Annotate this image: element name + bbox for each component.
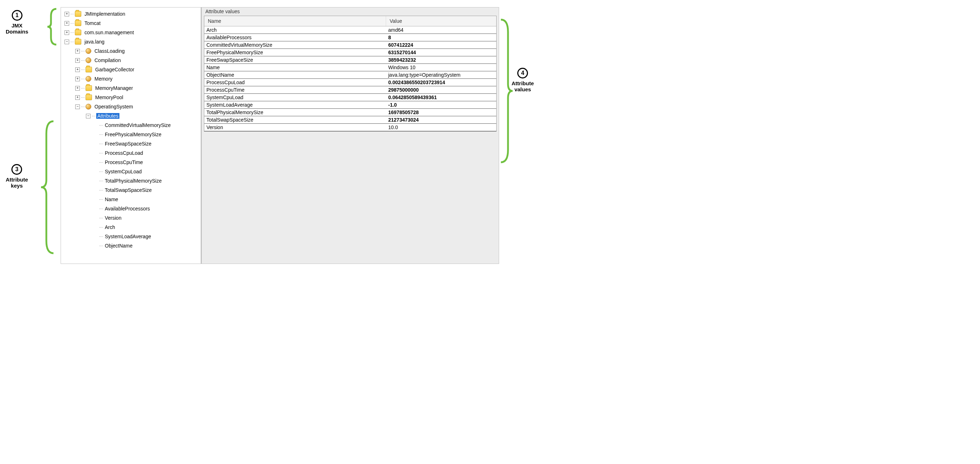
tree-node-attribute[interactable]: FreePhysicalMemorySize [65, 130, 199, 139]
tree-node-attribute[interactable]: SystemCpuLoad [65, 167, 199, 176]
tree-node-mbean[interactable]: + GarbageCollector [65, 65, 199, 74]
callout-4: 4 Attribute values [512, 68, 534, 92]
table-row[interactable]: ObjectNamejava.lang:type=OperatingSystem [204, 71, 496, 79]
attr-value-cell: 3859423232 [386, 56, 496, 64]
tree-node-label: Version [104, 215, 123, 221]
attr-value-cell: 21273473024 [386, 116, 496, 123]
tree-node-label: Name [104, 196, 119, 202]
tree-node-mbean[interactable]: + Compilation [65, 56, 199, 65]
tree-node-domain[interactable]: + com.sun.management [65, 28, 199, 37]
mbean-icon [86, 76, 91, 82]
brace-3 [39, 120, 57, 255]
collapse-icon[interactable]: − [86, 114, 91, 118]
tree-node-label: OperatingSystem [94, 104, 134, 110]
table-row[interactable]: Version10.0 [204, 124, 496, 131]
folder-icon [86, 85, 92, 91]
tree-node-label: TotalPhysicalMemorySize [104, 178, 163, 184]
attr-value-cell: 16978505728 [386, 109, 496, 116]
tree-node-operatingsystem[interactable]: − OperatingSystem [65, 102, 199, 111]
tree-node-attribute[interactable]: TotalSwapSpaceSize [65, 185, 199, 195]
tree-node-label: ProcessCpuLoad [104, 150, 144, 156]
expand-icon[interactable]: + [65, 30, 69, 35]
tree-node-label: SystemCpuLoad [104, 169, 143, 174]
callout-1-num: 1 [12, 10, 22, 21]
folder-icon [75, 11, 81, 17]
expand-icon[interactable]: + [75, 58, 80, 63]
tree-node-attribute[interactable]: ObjectName [65, 241, 199, 250]
table-row[interactable]: TotalSwapSpaceSize21273473024 [204, 116, 496, 124]
tree-node-attribute[interactable]: SystemLoadAverage [65, 232, 199, 241]
attr-value-cell: 0.0024386550203723914 [386, 79, 496, 86]
tree-node-attributes[interactable]: − Attributes [65, 111, 199, 121]
tree-node-mbean[interactable]: + MemoryPool [65, 93, 199, 102]
tree-node-domain[interactable]: + Tomcat [65, 19, 199, 28]
attr-value-cell: 0.0642850589439361 [386, 94, 496, 101]
attr-name-cell: Name [204, 64, 386, 71]
column-header-name[interactable]: Name [204, 16, 386, 26]
expand-icon[interactable]: + [65, 12, 69, 16]
tree-node-label: Arch [104, 224, 116, 230]
tree-node-attribute[interactable]: Name [65, 195, 199, 204]
tree-node-label: MemoryPool [94, 94, 124, 100]
tree-node-attribute[interactable]: Version [65, 213, 199, 223]
jmx-browser-panel: + JMImplementation + Tomcat + com.sun.ma… [60, 7, 499, 264]
attr-value-cell: Windows 10 [386, 64, 496, 71]
mbean-icon [86, 104, 91, 110]
tree-node-domain[interactable]: + JMImplementation [65, 9, 199, 19]
column-header-value[interactable]: Value [386, 16, 496, 26]
attr-value-cell: java.lang:type=OperatingSystem [386, 71, 496, 78]
tree-node-attribute[interactable]: AvailableProcessors [65, 204, 199, 213]
tree-node-label: GarbageCollector [94, 67, 135, 72]
tree-node-attribute[interactable]: ProcessCpuTime [65, 158, 199, 167]
expand-icon[interactable]: + [75, 67, 80, 72]
attr-name-cell: FreeSwapSpaceSize [204, 56, 386, 64]
tree-node-label: JMImplementation [83, 11, 126, 17]
callout-3-text: Attribute keys [6, 177, 28, 189]
tree-node-attribute[interactable]: Arch [65, 223, 199, 232]
tree-node-domain-javalang[interactable]: − java.lang [65, 37, 199, 46]
expand-icon[interactable]: + [75, 86, 80, 91]
tree-node-attribute[interactable]: TotalPhysicalMemorySize [65, 176, 199, 185]
tree-node-attribute[interactable]: CommittedVirtualMemorySize [65, 121, 199, 130]
table-row[interactable]: FreePhysicalMemorySize6315270144 [204, 49, 496, 56]
attribute-table: Name Value Archamd64AvailableProcessors8… [204, 16, 496, 132]
table-row[interactable]: Archamd64 [204, 26, 496, 34]
tree-node-attribute[interactable]: ProcessCpuLoad [65, 148, 199, 158]
folder-icon [75, 30, 81, 35]
panel-empty-area [202, 134, 499, 263]
attr-name-cell: CommittedVirtualMemorySize [204, 41, 386, 48]
collapse-icon[interactable]: − [65, 40, 69, 44]
tree-node-label: FreePhysicalMemorySize [104, 132, 162, 137]
table-row[interactable]: ProcessCpuLoad0.0024386550203723914 [204, 79, 496, 86]
expand-icon[interactable]: + [75, 77, 80, 81]
table-row[interactable]: AvailableProcessors8 [204, 34, 496, 41]
mbean-tree[interactable]: + JMImplementation + Tomcat + com.sun.ma… [65, 9, 199, 250]
tree-node-label: Memory [94, 76, 114, 82]
attribute-values-panel: Attribute values Name Value Archamd64Ava… [202, 8, 499, 263]
table-row[interactable]: SystemCpuLoad0.0642850589439361 [204, 94, 496, 101]
table-row[interactable]: CommittedVirtualMemorySize607412224 [204, 41, 496, 49]
attr-value-cell: 29875000000 [386, 86, 496, 93]
tree-node-mbean[interactable]: + ClassLoading [65, 46, 199, 56]
table-row[interactable]: FreeSwapSpaceSize3859423232 [204, 56, 496, 64]
mbean-icon [86, 48, 91, 54]
tree-node-mbean[interactable]: + MemoryManager [65, 83, 199, 93]
tree-node-label: FreeSwapSpaceSize [104, 141, 153, 147]
table-row[interactable]: SystemLoadAverage-1.0 [204, 101, 496, 109]
expand-icon[interactable]: + [65, 21, 69, 26]
callout-3-num: 3 [11, 164, 22, 175]
table-row[interactable]: NameWindows 10 [204, 64, 496, 71]
attr-name-cell: SystemCpuLoad [204, 94, 386, 101]
tree-node-label-selected: Attributes [96, 113, 119, 119]
attr-name-cell: FreePhysicalMemorySize [204, 49, 386, 56]
expand-icon[interactable]: + [75, 49, 80, 54]
table-row[interactable]: TotalPhysicalMemorySize16978505728 [204, 109, 496, 116]
tree-node-mbean[interactable]: + Memory [65, 74, 199, 83]
collapse-icon[interactable]: − [75, 105, 80, 109]
expand-icon[interactable]: + [75, 95, 80, 100]
table-row[interactable]: ProcessCpuTime29875000000 [204, 86, 496, 94]
tree-node-attribute[interactable]: FreeSwapSpaceSize [65, 139, 199, 148]
callout-1: 1 JMX Domains [6, 10, 28, 35]
attr-name-cell: Version [204, 124, 386, 131]
tree-node-label: AvailableProcessors [104, 206, 151, 212]
